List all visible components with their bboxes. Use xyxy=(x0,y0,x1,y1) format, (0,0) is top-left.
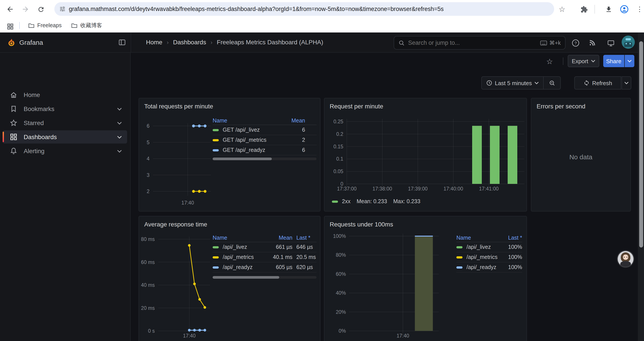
sidebar-item-home[interactable]: Home xyxy=(3,88,127,101)
browser-menu-kebab-icon[interactable]: ⋮ xyxy=(635,5,644,14)
legend-col-name[interactable]: Name xyxy=(456,235,508,241)
legend-table: Name Last * /api/_livez 100% /api/_metri… xyxy=(456,234,522,272)
legend-scrollbar[interactable] xyxy=(212,158,316,160)
export-button[interactable]: Export xyxy=(568,55,599,67)
breadcrumb-separator: › xyxy=(167,39,169,46)
legend-row[interactable]: GET /api/_readyz 6 xyxy=(212,145,316,155)
monitor-icon[interactable] xyxy=(606,38,616,48)
svg-text:60 ms: 60 ms xyxy=(141,259,155,265)
search-box[interactable]: ⌘+k xyxy=(394,36,566,50)
chevron-down-icon xyxy=(591,60,595,62)
page-scrollbar-thumb[interactable] xyxy=(639,41,643,247)
grafana-page: Grafana Home › Dashboards › Freeleaps Me… xyxy=(0,33,644,341)
dashboard-canvas: ☆ Export Share Last 5 minutes xyxy=(131,53,638,341)
sidebar-item-dashboards[interactable]: Dashboards xyxy=(3,130,127,144)
svg-text:17:40: 17:40 xyxy=(182,200,194,206)
zoom-out-button[interactable] xyxy=(543,76,561,90)
chevron-down-icon[interactable] xyxy=(117,107,122,110)
panel-requests-under-100ms: Requests under 100ms 100%80%60%40%20%0%1… xyxy=(324,216,527,341)
address-bar[interactable]: grafana.mathmast.com/d/deytv4rwavabkb/fr… xyxy=(54,2,554,16)
sidebar: Home Bookmarks Starred Dashboards Alerti xyxy=(0,53,131,341)
series-swatch xyxy=(456,266,462,268)
svg-text:80%: 80% xyxy=(336,252,346,258)
panel-title[interactable]: Errors per second xyxy=(536,103,586,110)
back-icon[interactable] xyxy=(5,5,15,14)
downloads-icon[interactable] xyxy=(604,5,613,14)
legend-row[interactable]: /api/_livez 100% xyxy=(456,242,522,252)
no-data-message: No data xyxy=(531,153,630,161)
chevron-down-icon xyxy=(534,82,539,84)
news-rss-icon[interactable] xyxy=(588,38,598,48)
refresh-button[interactable]: Refresh xyxy=(574,76,621,90)
bookmark-label: Freeleaps xyxy=(37,22,62,29)
chevron-down-icon[interactable] xyxy=(117,135,122,138)
search-input[interactable] xyxy=(408,40,540,46)
extensions-icon[interactable] xyxy=(579,5,589,14)
legend-row[interactable]: /api/_readyz 100% xyxy=(456,262,522,272)
series-swatch xyxy=(212,256,219,258)
svg-text:5: 5 xyxy=(147,140,150,145)
sidebar-item-label: Bookmarks xyxy=(24,105,117,112)
legend-col-mean[interactable]: Mean xyxy=(288,118,316,124)
refresh-interval-button[interactable] xyxy=(622,76,631,90)
share-button[interactable]: Share xyxy=(603,55,624,67)
chevron-down-icon[interactable] xyxy=(117,121,122,124)
svg-text:17:40:00: 17:40:00 xyxy=(444,186,463,192)
search-icon xyxy=(398,40,405,46)
legend-row[interactable]: GET /api/_metrics 2 xyxy=(212,135,316,145)
legend-col-last[interactable]: Last * xyxy=(508,235,522,241)
sidebar-item-label: Home xyxy=(24,91,127,98)
legend-row[interactable]: GET /api/_livez 6 xyxy=(212,125,316,135)
reload-icon[interactable] xyxy=(36,5,46,14)
chevron-down-icon xyxy=(624,82,629,84)
page-scrollbar-track[interactable] xyxy=(638,33,644,341)
breadcrumb-home[interactable]: Home xyxy=(146,39,162,46)
legend-col-name[interactable]: Name xyxy=(212,235,265,241)
apps-grid-icon[interactable] xyxy=(5,22,15,31)
toolbar-divider xyxy=(594,5,595,14)
search-shortcut: ⌘+k xyxy=(540,40,561,46)
legend-row[interactable]: /api/_livez 661 µs 646 µs xyxy=(212,242,316,252)
bookmark-icon xyxy=(10,105,18,113)
legend-scrollbar[interactable] xyxy=(212,276,316,279)
request-per-minute-chart[interactable]: 0.250.20.150.10.05017:37:0017:38:0017:39… xyxy=(324,98,527,212)
sidebar-item-starred[interactable]: Starred xyxy=(3,116,127,129)
bookmark-folder-freeleaps[interactable]: Freeleaps xyxy=(26,20,64,31)
breadcrumb-dashboards[interactable]: Dashboards xyxy=(173,39,206,46)
svg-text:0.2: 0.2 xyxy=(336,131,343,137)
site-settings-tune-icon[interactable] xyxy=(59,6,66,12)
legend-row[interactable]: /api/_readyz 605 µs 620 µs xyxy=(212,262,316,272)
sidebar-toggle-icon[interactable] xyxy=(118,39,126,46)
svg-text:17:37:00: 17:37:00 xyxy=(337,186,357,192)
user-avatar[interactable] xyxy=(622,36,635,49)
sidebar-item-bookmarks[interactable]: Bookmarks xyxy=(3,102,127,115)
bookmark-folder-blogs[interactable]: 收藏博客 xyxy=(68,20,105,31)
sidebar-item-alerting[interactable]: Alerting xyxy=(3,144,127,158)
svg-text:40 ms: 40 ms xyxy=(141,282,155,288)
floating-assistant-avatar[interactable] xyxy=(618,251,634,267)
legend-col-name[interactable]: Name xyxy=(212,118,288,124)
bookmark-star-icon[interactable]: ☆ xyxy=(557,5,567,14)
chevron-down-icon[interactable] xyxy=(117,149,122,153)
time-range-picker[interactable]: Last 5 minutes xyxy=(481,76,544,90)
breadcrumb-current: Freeleaps Metrics Dashboard (ALPHA) xyxy=(217,39,323,46)
share-menu-button[interactable] xyxy=(625,55,634,67)
forward-icon[interactable] xyxy=(20,5,30,14)
legend-col-mean[interactable]: Mean xyxy=(265,235,292,241)
legend-row[interactable]: /api/_metrics 40.1 ms 20.5 ms xyxy=(212,252,316,262)
refresh-sync-icon xyxy=(583,80,590,86)
help-icon[interactable]: ? xyxy=(571,38,580,48)
grafana-logo[interactable] xyxy=(7,38,16,47)
svg-text:6: 6 xyxy=(147,123,150,129)
active-indicator xyxy=(3,132,4,142)
panel-total-requests: Total requests per minute 6543217:40 Nam… xyxy=(138,98,320,212)
legend-col-last[interactable]: Last * xyxy=(292,235,316,241)
series-swatch xyxy=(212,129,219,131)
legend-row[interactable]: /api/_metrics 100% xyxy=(456,252,522,262)
favorite-star-icon[interactable]: ☆ xyxy=(546,57,553,66)
url-text[interactable]: grafana.mathmast.com/d/deytv4rwavabkb/fr… xyxy=(69,6,444,12)
legend-inline[interactable]: 2xx Mean: 0.233 Max: 0.233 xyxy=(332,198,420,204)
series-swatch xyxy=(212,246,219,248)
keyboard-icon xyxy=(540,40,547,46)
profile-avatar-icon[interactable] xyxy=(620,5,629,14)
